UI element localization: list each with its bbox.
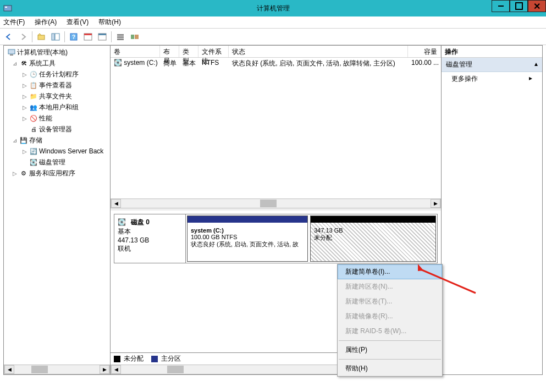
close-button[interactable]: ✕ [528, 0, 546, 12]
tree-storage[interactable]: ⊿💾存储 [4, 135, 110, 146]
svg-rect-16 [8, 49, 15, 54]
menu-action[interactable]: 操作(A) [35, 18, 57, 27]
clock-icon: 🕒 [29, 70, 38, 79]
actions-section-diskmgmt[interactable]: 磁盘管理 ▴ [442, 58, 542, 72]
tree-system-tools[interactable]: ⊿🛠系统工具 [4, 58, 110, 69]
disk0-info[interactable]: 💽磁盘 0 基本 447.13 GB 联机 [114, 214, 186, 263]
gauge-icon: 🚫 [29, 114, 38, 123]
partition-system[interactable]: system (C:) 100.00 GB NTFS 状态良好 (系统, 启动,… [187, 216, 308, 262]
refresh-button[interactable] [81, 30, 95, 43]
users-icon: 👥 [29, 103, 38, 112]
hdr-fs[interactable]: 文件系统 [198, 46, 229, 57]
actions-header: 操作 [442, 46, 542, 58]
settings-button[interactable] [96, 30, 109, 43]
services-icon: ⚙ [19, 169, 28, 178]
volume-list: 卷 布局 类型 文件系统 状态 容量 💽 system (C:) 简单 基本 N… [111, 46, 441, 211]
backup-icon: 🔄 [29, 147, 38, 156]
computer-icon [7, 48, 16, 57]
action-pane: 操作 磁盘管理 ▴ 更多操作 ▸ [442, 46, 542, 374]
context-menu: 新建简单卷(I)... 新建跨区卷(N)... 新建带区卷(T)... 新建镜像… [337, 264, 443, 377]
svg-rect-4 [55, 34, 59, 40]
tree-root-label: 计算机管理(本地) [17, 48, 68, 57]
svg-rect-12 [117, 36, 124, 38]
show-hide-tree-button[interactable] [49, 30, 62, 43]
svg-rect-0 [4, 5, 12, 11]
legend-swatch-primary [151, 356, 158, 362]
ctx-new-raid5-volume: 新建 RAID-5 卷(W)... [338, 324, 442, 339]
tree-task-scheduler[interactable]: ▷🕒任务计划程序 [4, 69, 110, 80]
tree-device-manager[interactable]: 🖨设备管理器 [4, 124, 110, 135]
chevron-right-icon: ▸ [529, 74, 532, 84]
svg-rect-3 [52, 34, 54, 40]
tree-pane: 计算机管理(本地) ⊿🛠系统工具 ▷🕒任务计划程序 ▷📋事件查看器 ▷📁共享文件… [4, 46, 111, 374]
ctx-properties[interactable]: 属性(P) [338, 343, 442, 357]
folder-icon: 📁 [29, 92, 38, 101]
tree-performance[interactable]: ▷🚫性能 [4, 113, 110, 124]
titlebar: 计算机管理 ✕ [0, 0, 546, 16]
tree-shared-folders[interactable]: ▷📁共享文件夹 [4, 91, 110, 102]
svg-rect-1 [5, 7, 7, 8]
up-button[interactable] [35, 30, 48, 43]
back-button[interactable] [2, 30, 15, 43]
collapse-icon: ▴ [534, 60, 538, 69]
tree-services[interactable]: ▷⚙服务和应用程序 [4, 168, 110, 179]
volume-header[interactable]: 卷 布局 类型 文件系统 状态 容量 [111, 46, 441, 58]
tree-hscroll[interactable]: ◀▶ [4, 365, 110, 374]
window-title: 计算机管理 [257, 4, 290, 13]
ctx-new-mirror-volume: 新建镜像卷(R)... [338, 309, 442, 324]
tree-root[interactable]: 计算机管理(本地) [4, 47, 110, 58]
svg-rect-11 [117, 34, 124, 36]
hdd-icon: 💽 [118, 218, 131, 226]
ctx-help[interactable]: 帮助(H) [338, 361, 442, 376]
drive-icon: 💽 [114, 59, 122, 67]
hdr-volume[interactable]: 卷 [111, 46, 160, 57]
forward-button[interactable] [16, 30, 30, 43]
menubar: 文件(F) 操作(A) 查看(V) 帮助(H) [0, 16, 546, 29]
svg-rect-10 [98, 34, 106, 35]
svg-rect-8 [84, 34, 92, 35]
tree-disk-mgmt[interactable]: 💽磁盘管理 [4, 157, 110, 168]
volume-row[interactable]: 💽 system (C:) 简单 基本 NTFS 状态良好 (系统, 启动, 页… [111, 58, 441, 69]
hdr-capacity[interactable]: 容量 [408, 46, 441, 57]
legend-primary-label: 主分区 [161, 354, 181, 363]
device-icon: 🖨 [29, 125, 38, 134]
partition-unallocated[interactable]: 347.13 GB 未分配 [310, 216, 436, 262]
tools-icon: 🛠 [19, 59, 28, 68]
hdr-layout[interactable]: 布局 [160, 46, 179, 57]
svg-rect-2 [38, 35, 45, 40]
svg-rect-15 [135, 35, 139, 39]
menu-file[interactable]: 文件(F) [3, 18, 25, 27]
hdr-status[interactable]: 状态 [229, 46, 408, 57]
svg-rect-17 [10, 54, 13, 56]
help-button[interactable]: ? [67, 30, 80, 43]
maximize-button[interactable] [510, 0, 528, 12]
vol-hscroll[interactable]: ◀▶ [111, 198, 441, 208]
disk-row-0: 💽磁盘 0 基本 447.13 GB 联机 system (C:) 100.00… [114, 214, 438, 263]
storage-icon: 💾 [19, 136, 28, 145]
disk-list-button[interactable] [114, 30, 127, 43]
legend-swatch-unalloc [114, 356, 120, 362]
legend-unalloc-label: 未分配 [124, 354, 144, 363]
minimize-button[interactable] [492, 0, 510, 12]
ctx-new-simple-volume[interactable]: 新建简单卷(I)... [338, 264, 442, 279]
ctx-new-spanned-volume: 新建跨区卷(N)... [338, 279, 442, 294]
tree-wsb[interactable]: ▷🔄Windows Server Back [4, 146, 110, 157]
menu-view[interactable]: 查看(V) [67, 18, 89, 27]
app-icon [3, 4, 12, 13]
svg-text:?: ? [72, 34, 75, 40]
svg-rect-14 [131, 35, 134, 39]
tree-local-users[interactable]: ▷👥本地用户和组 [4, 102, 110, 113]
toolbar: ? [0, 29, 546, 45]
svg-rect-13 [117, 38, 124, 40]
menu-help[interactable]: 帮助(H) [98, 18, 121, 27]
disk-icon: 💽 [29, 158, 38, 167]
hdr-type[interactable]: 类型 [179, 46, 198, 57]
actions-more[interactable]: 更多操作 ▸ [442, 72, 542, 86]
tree-event-viewer[interactable]: ▷📋事件查看器 [4, 80, 110, 91]
event-icon: 📋 [29, 81, 38, 90]
graphical-view-button[interactable] [128, 30, 141, 43]
ctx-new-striped-volume: 新建带区卷(T)... [338, 294, 442, 309]
